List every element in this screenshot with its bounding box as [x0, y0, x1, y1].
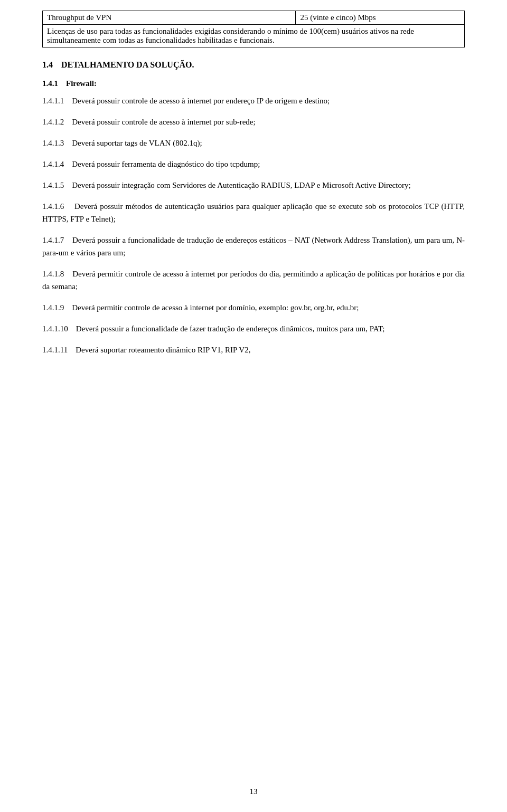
header-right-cell: 25 (vinte e cinco) Mbps — [296, 11, 465, 25]
subsection-number: 1.4.1 — [42, 79, 58, 88]
item-1418: 1.4.1.8 Deverá permitir controle de aces… — [42, 268, 465, 293]
item-1413-number: 1.4.1.3 — [42, 139, 64, 147]
item-1411-text: Deverá possuir controle de acesso à inte… — [72, 97, 330, 105]
item-14111: 1.4.1.11 Deverá suportar roteamento dinâ… — [42, 343, 465, 356]
item-1416: 1.4.1.6 Deverá possuir métodos de autent… — [42, 200, 465, 225]
header-table: Throughput de VPN 25 (vinte e cinco) Mbp… — [42, 11, 465, 47]
item-1417-number: 1.4.1.7 — [42, 236, 64, 244]
item-1411-number: 1.4.1.1 — [42, 97, 64, 105]
subsection-title: Firewall: — [66, 79, 97, 88]
item-1414-text: Deverá possuir ferramenta de diagnóstico… — [72, 160, 260, 168]
item-1415-text: Deverá possuir integração com Servidores… — [72, 181, 410, 189]
item-1412-number: 1.4.1.2 — [42, 118, 64, 126]
page-number: 13 — [0, 787, 507, 796]
header-full-row: Licenças de uso para todas as funcionali… — [43, 25, 465, 47]
subsection-heading: 1.4.1 Firewall: — [42, 79, 465, 88]
item-1414-number: 1.4.1.4 — [42, 160, 64, 168]
item-1416-text: Deverá possuir métodos de autenticação u… — [42, 202, 465, 223]
item-1418-text: Deverá permitir controle de acesso à int… — [42, 270, 465, 291]
item-1414: 1.4.1.4 Deverá possuir ferramenta de dia… — [42, 158, 465, 170]
item-1419-text: Deverá permitir controle de acesso à int… — [72, 303, 359, 312]
item-1416-number: 1.4.1.6 — [42, 202, 64, 211]
item-1413: 1.4.1.3 Deverá suportar tags de VLAN (80… — [42, 137, 465, 149]
item-14111-number: 1.4.1.11 — [42, 346, 68, 354]
item-1419: 1.4.1.9 Deverá permitir controle de aces… — [42, 301, 465, 314]
section-heading: 1.4 DETALHAMENTO DA SOLUÇÃO. — [42, 60, 465, 70]
item-1412-text: Deverá possuir controle de acesso à inte… — [72, 118, 255, 126]
item-1411: 1.4.1.1 Deverá possuir controle de acess… — [42, 94, 465, 107]
throughput-label: Throughput de VPN — [47, 13, 111, 22]
item-1417-text: Deverá possuir a funcionalidade de tradu… — [42, 236, 465, 257]
item-1413-text: Deverá suportar tags de VLAN (802.1q); — [72, 139, 202, 147]
item-1415-number: 1.4.1.5 — [42, 181, 64, 189]
header-left-cell: Throughput de VPN — [43, 11, 296, 25]
item-1415: 1.4.1.5 Deverá possuir integração com Se… — [42, 179, 465, 192]
item-1419-number: 1.4.1.9 — [42, 303, 64, 312]
item-14110: 1.4.1.10 Deverá possuir a funcionalidade… — [42, 322, 465, 335]
licencas-text: Licenças de uso para todas as funcionali… — [47, 27, 414, 44]
page: Throughput de VPN 25 (vinte e cinco) Mbp… — [0, 0, 507, 812]
item-14111-text: Deverá suportar roteamento dinâmico RIP … — [76, 346, 250, 354]
section-title: DETALHAMENTO DA SOLUÇÃO. — [61, 60, 194, 69]
item-1417: 1.4.1.7 Deverá possuir a funcionalidade … — [42, 234, 465, 259]
item-1418-number: 1.4.1.8 — [42, 270, 64, 278]
item-14110-number: 1.4.1.10 — [42, 324, 68, 333]
section-number: 1.4 — [42, 60, 53, 69]
page-number-value: 13 — [250, 787, 258, 796]
throughput-value: 25 (vinte e cinco) Mbps — [300, 13, 375, 22]
item-1412: 1.4.1.2 Deverá possuir controle de acess… — [42, 116, 465, 128]
item-14110-text: Deverá possuir a funcionalidade de fazer… — [76, 324, 385, 333]
